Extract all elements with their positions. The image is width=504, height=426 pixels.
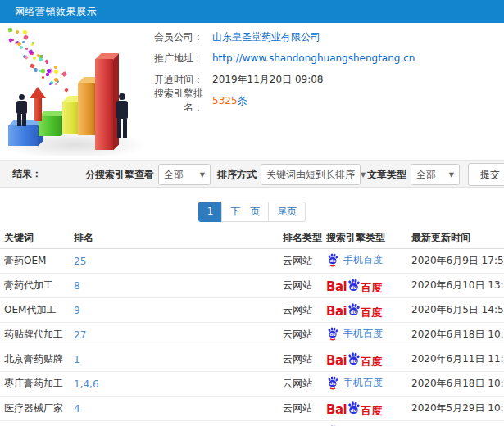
rank-type-cell: 云网站 <box>283 421 326 426</box>
update-time-cell: 2020年6月18日 10:25 <box>411 323 504 347</box>
company-label: 会员公司： <box>138 30 203 44</box>
keyword-cell: 药贴牌代加工 <box>0 323 74 347</box>
svg-text:du: du <box>329 258 336 263</box>
keyword-cell: 膏药代加工 <box>0 274 74 298</box>
info-row-url: 推广地址： http://www.shandonghuangshengtang.… <box>138 48 502 69</box>
info-row-company: 会员公司： 山东皇圣堂药业有限公司 <box>138 26 502 48</box>
rank-link[interactable]: 4 <box>74 397 283 421</box>
promo-url-link[interactable]: http://www.shandonghuangshengtang.cn <box>212 52 415 64</box>
col-header-keyword: 关键词 <box>0 228 74 249</box>
table-row: 膏药代加工 8 云网站 Bai du 百度 2020年6月10日 13:40 <box>0 274 504 298</box>
article-type-select[interactable]: 全部 ▼ <box>411 164 460 185</box>
table-header-row: 关键词 排名 排名类型 搜索引擎类型 最新更新时间 <box>0 228 504 249</box>
table-row: 北京膏药贴牌 1 云网站 Bai du 百度 2020年6月11日 11:18 <box>0 347 504 372</box>
baidu-logo: Bai du 百度 <box>326 401 382 416</box>
sort-order-select[interactable]: 关键词由短到长排序 ▼ <box>261 164 361 185</box>
update-time-cell: 2020年6月11日 11:40 <box>411 421 504 426</box>
svg-text:du: du <box>351 285 357 290</box>
rank-type-cell: 云网站 <box>283 347 326 372</box>
businessman-figure-left <box>14 94 29 126</box>
results-table-body: 膏药OEM 25 云网站 du 手机百度 2020年6月9日 17:50 膏药代… <box>0 249 504 426</box>
rank-link[interactable]: 8 <box>74 274 283 298</box>
keyword-cell: 北京膏药贴牌 <box>0 347 74 372</box>
update-time-cell: 2020年6月10日 13:40 <box>411 274 504 298</box>
col-header-update-time: 最新更新时间 <box>411 228 504 249</box>
results-table: 关键词 排名 排名类型 搜索引擎类型 最新更新时间 膏药OEM 25 云网站 d… <box>0 228 504 426</box>
table-row: 医疗器械厂家 4 云网站 Bai du 百度 2020年5月29日 10:32 <box>0 397 504 421</box>
engine-filter-select[interactable]: 全部 ▼ <box>158 164 211 185</box>
chevron-down-icon: ▼ <box>200 171 205 179</box>
keyword-cell: 膏药OEM <box>0 249 74 274</box>
page-title-bar: 网络营销效果展示 <box>0 0 504 23</box>
rank-link[interactable]: 27 <box>74 323 283 347</box>
update-time-cell: 2020年6月11日 11:18 <box>411 347 504 372</box>
rank-type-cell: 云网站 <box>283 323 326 347</box>
svg-text:du: du <box>351 359 357 364</box>
engine-type-cell: Bai du 百度 <box>326 397 411 421</box>
engine-filter-value: 全部 <box>164 168 184 182</box>
svg-text:du: du <box>329 381 336 386</box>
graphic-bar-red <box>95 59 113 150</box>
table-row: 药贴牌代加工 27 云网站 du 手机百度 2020年6月18日 10:25 <box>0 323 504 347</box>
svg-text:du: du <box>351 408 357 413</box>
sort-order-value: 关键词由短到长排序 <box>266 168 355 182</box>
baidu-paw-icon: du <box>326 252 339 267</box>
engine-type-cell: Bai du 百度 <box>326 274 411 298</box>
filter-bar: 结果： 分搜索引擎查看 全部 ▼ 排序方式 关键词由短到长排序 ▼ 文章类型 全… <box>0 160 504 188</box>
pagination: 1 下一页 尾页 <box>0 202 504 222</box>
mobile-baidu-logo: du 手机百度 <box>326 375 383 390</box>
table-row: 菏泽膏药厂家 17 云网站 du 手机百度 2020年6月11日 11:40 <box>0 421 504 426</box>
rank-link[interactable]: 1 <box>74 347 283 372</box>
result-label: 结果： <box>12 167 42 181</box>
keyword-cell: OEM代加工 <box>0 298 74 323</box>
col-header-rank: 排名 <box>74 228 283 249</box>
baidu-logo: Bai du 百度 <box>326 351 382 367</box>
update-time-cell: 2020年6月5日 14:57 <box>411 298 504 323</box>
next-page-button[interactable]: 下一页 <box>221 202 269 222</box>
rank-link[interactable]: 17 <box>74 421 283 426</box>
open-time-value: 2019年11月20日 09:08 <box>212 73 323 87</box>
baidu-logo: Bai du 百度 <box>326 278 382 293</box>
submit-button[interactable]: 提交 <box>468 163 504 186</box>
rank-link[interactable]: 1,4,6 <box>74 372 283 397</box>
engine-type-cell: Bai du 百度 <box>326 298 411 323</box>
businessman-figure-right <box>114 93 130 138</box>
page-title: 网络营销效果展示 <box>15 6 97 17</box>
company-link[interactable]: 山东皇圣堂药业有限公司 <box>212 30 320 44</box>
baidu-paw-icon: du <box>346 401 361 417</box>
update-time-cell: 2020年6月18日 10:19 <box>411 372 504 397</box>
baidu-paw-icon: du <box>326 375 339 390</box>
table-row: 膏药OEM 25 云网站 du 手机百度 2020年6月9日 17:50 <box>0 249 504 274</box>
page-number-current[interactable]: 1 <box>198 202 223 222</box>
info-row-rank-count: 搜索引擎排名： 5325条 <box>138 90 502 111</box>
sort-order-label: 排序方式 <box>217 168 257 182</box>
baidu-paw-icon: du <box>346 278 361 294</box>
engine-type-cell: du 手机百度 <box>326 323 411 347</box>
open-time-label: 开通时间： <box>138 73 203 87</box>
up-arrow-icon <box>30 87 46 123</box>
table-row: 枣庄膏药加工 1,4,6 云网站 du 手机百度 2020年6月18日 10:1… <box>0 372 504 397</box>
rank-type-cell: 云网站 <box>283 372 326 397</box>
baidu-logo: Bai du 百度 <box>326 302 382 318</box>
rank-count-label: 搜索引擎排名： <box>138 87 203 115</box>
last-page-button[interactable]: 尾页 <box>268 202 306 222</box>
rank-count-unit: 条 <box>238 95 247 106</box>
account-info-panel: 会员公司： 山东皇圣堂药业有限公司 推广地址： http://www.shand… <box>138 26 502 111</box>
baidu-paw-icon: du <box>346 351 361 368</box>
rank-link[interactable]: 25 <box>74 249 283 274</box>
svg-text:du: du <box>329 332 336 337</box>
col-header-engine-type: 搜索引擎类型 <box>326 228 411 249</box>
col-header-rank-type: 排名类型 <box>283 228 326 249</box>
keyword-cell: 医疗器械厂家 <box>0 397 74 421</box>
chevron-down-icon: ▼ <box>361 171 366 179</box>
rank-type-cell: 云网站 <box>283 397 326 421</box>
update-time-cell: 2020年6月9日 17:50 <box>411 249 504 274</box>
rank-type-cell: 云网站 <box>283 249 326 274</box>
article-type-value: 全部 <box>416 168 436 182</box>
graphic-bar-blue <box>8 125 38 146</box>
rank-count-value: 5325 <box>212 95 238 106</box>
mobile-baidu-logo: du 手机百度 <box>326 326 383 341</box>
marketing-bar-graphic <box>0 25 152 156</box>
baidu-paw-icon: du <box>346 302 361 319</box>
rank-link[interactable]: 9 <box>74 298 283 323</box>
